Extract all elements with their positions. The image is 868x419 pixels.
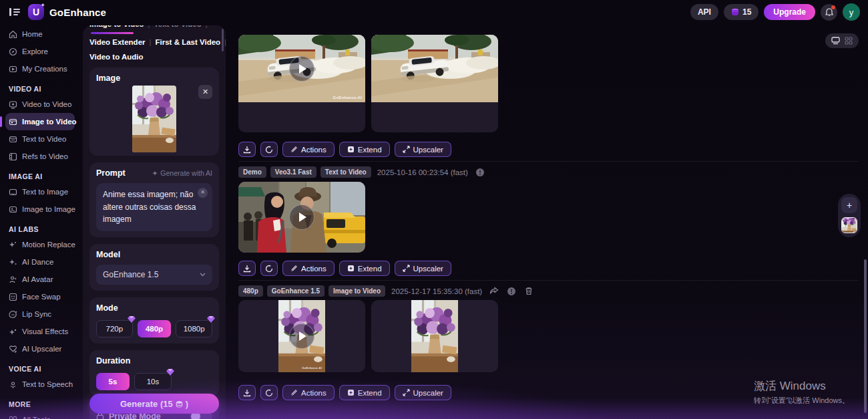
tab-first-last-video[interactable]: First & Last Video [156, 38, 221, 46]
download-button[interactable] [238, 142, 256, 157]
upscaler-button[interactable]: Upscaler [395, 385, 451, 400]
chevron-down-icon [200, 273, 206, 277]
sidebar-item-text-to-image[interactable]: Text to Image [5, 183, 75, 200]
sidebar-item-home[interactable]: Home [5, 25, 75, 43]
row-view-icon[interactable] [831, 37, 840, 45]
sidebar-item-image-to-video[interactable]: Image to Video [5, 113, 75, 130]
text-to-image-icon [9, 188, 17, 196]
duration-option-5s[interactable]: 5s [96, 373, 130, 390]
play-icon[interactable] [289, 323, 314, 349]
sidebar-item-explore[interactable]: Explore [5, 43, 75, 60]
actions-button[interactable]: Actions [282, 385, 335, 400]
video-to-video-icon [9, 100, 17, 109]
mode-option-1080p[interactable]: 1080p [176, 320, 212, 337]
reference-media-rail: + [838, 194, 861, 237]
compass-icon [9, 47, 17, 56]
prompt-card: Prompt ✦ Generate with AI Anime essa ima… [89, 162, 219, 237]
sidebar-item-image-to-image[interactable]: Image to Image [5, 200, 75, 218]
video-card[interactable] [371, 35, 498, 132]
sidebar-item-visual-effects[interactable]: Visual Effects [5, 323, 75, 340]
timestamp: 2025-12-17 15:35:30 (fast) [391, 287, 482, 295]
upgrade-button[interactable]: Upgrade [764, 4, 815, 20]
user-avatar[interactable]: y [843, 3, 860, 21]
model-select[interactable]: GoEnhance 1.5 [96, 265, 212, 285]
sidebar-item-motion-replace[interactable]: Motion Replace [5, 236, 75, 253]
uploaded-image[interactable] [96, 86, 212, 155]
main-scrollbar[interactable] [864, 259, 867, 413]
credits-cost-icon [176, 400, 183, 408]
tool-panel-scrollbar[interactable] [222, 29, 224, 51]
sidebar-item-face-swap[interactable]: Face Swap [5, 288, 75, 305]
badge: Demo [238, 166, 266, 178]
actions-button[interactable]: Actions [282, 142, 335, 157]
remove-image-button[interactable]: ✕ [198, 85, 212, 99]
grid-view-icon[interactable] [845, 37, 853, 45]
duration-card: Duration 5s 10s [89, 350, 219, 396]
sidebar-item-all-tools[interactable]: All Tools [5, 411, 75, 419]
sidebar-item-ai-avatar[interactable]: AI Avatar [5, 271, 75, 288]
extend-button[interactable]: Extend [339, 385, 390, 400]
tab-video-to-audio[interactable]: Video to Audio [89, 53, 144, 61]
sidebar: Home Explore My Creations VIDEO AI Video… [0, 20, 80, 419]
api-button[interactable]: API [690, 4, 718, 20]
play-icon[interactable] [289, 204, 314, 230]
creations-icon [9, 65, 17, 74]
actions-button[interactable]: Actions [282, 261, 335, 276]
sidebar-collapse-icon[interactable] [7, 5, 23, 19]
download-button[interactable] [238, 385, 256, 400]
upscale-arrows-icon [403, 265, 410, 272]
credits-pill[interactable]: 15 [724, 4, 758, 20]
clear-prompt-button[interactable]: ✕ [198, 188, 208, 198]
share-icon[interactable] [489, 286, 499, 297]
upscaler-button[interactable]: Upscaler [395, 261, 451, 276]
upscale-arrows-icon [403, 146, 410, 153]
section-header-video-ai: VIDEO AI [5, 82, 75, 96]
mode-option-720p[interactable]: 720p [96, 320, 133, 337]
extend-button[interactable]: Extend [339, 142, 390, 157]
generation-2-meta: 480p GoEnhance 1.5 Image to Video 2025-1… [238, 285, 534, 297]
mode-option-480p[interactable]: 480p [138, 320, 172, 337]
sidebar-item-my-creations[interactable]: My Creations [5, 60, 75, 78]
regenerate-button[interactable] [260, 142, 278, 157]
generations-feed: GoEnhance.AI Actions Extend Upscaler Dem… [230, 25, 868, 419]
video-card[interactable]: GoEnhance.AI [238, 300, 365, 372]
reference-image-thumbnail[interactable] [841, 217, 857, 233]
download-button[interactable] [238, 261, 256, 276]
tool-panel: Image to Video | Text to Video | Video E… [83, 25, 226, 419]
logo-text[interactable]: GoEnhance [49, 7, 106, 18]
notification-dot [831, 5, 835, 9]
info-icon[interactable] [506, 286, 517, 297]
video-card[interactable] [371, 300, 498, 372]
goenhance-logo-icon[interactable]: U✦ [28, 4, 44, 20]
section-header-ai-labs: AI LABS [5, 223, 75, 236]
model-card: Model GoEnhance 1.5 [89, 244, 219, 291]
video-card[interactable] [238, 182, 365, 253]
sidebar-item-lip-sync[interactable]: Lip Sync [5, 305, 75, 323]
image-to-video-icon [9, 118, 17, 126]
upscaler-button[interactable]: Upscaler [395, 142, 451, 157]
sidebar-item-refs-to-video[interactable]: Refs to Video [5, 148, 75, 165]
notifications-button[interactable] [821, 4, 837, 21]
prompt-input[interactable]: Anime essa imagem; não altere outras coi… [96, 183, 212, 231]
regenerate-button[interactable] [260, 385, 278, 400]
generation-3-outputs: GoEnhance.AI [238, 300, 498, 372]
sidebar-item-text-to-speech[interactable]: Text to Speech [5, 376, 75, 393]
generate-with-ai-button[interactable]: ✦ Generate with AI [152, 169, 212, 177]
delete-icon[interactable] [523, 286, 534, 297]
generate-button[interactable]: Generate (15 ) [89, 394, 219, 414]
sidebar-item-ai-upscaler[interactable]: AI Upscaler [5, 340, 75, 358]
duration-option-10s[interactable]: 10s [134, 373, 172, 390]
extend-button[interactable]: Extend [339, 261, 390, 276]
tab-image-to-video[interactable]: Image to Video [89, 25, 144, 28]
view-toggle[interactable] [825, 33, 859, 48]
sidebar-item-text-to-video[interactable]: Text to Video [5, 130, 75, 148]
sidebar-item-ai-dance[interactable]: AI Dance [5, 253, 75, 271]
sidebar-item-video-to-video[interactable]: Video to Video [5, 96, 75, 113]
play-icon[interactable] [289, 56, 314, 82]
video-card[interactable]: GoEnhance.AI [238, 35, 365, 132]
tab-text-to-video[interactable]: Text to Video [154, 25, 202, 28]
regenerate-button[interactable] [260, 261, 278, 276]
add-media-button[interactable]: + [841, 197, 857, 213]
tab-video-extender[interactable]: Video Extender [89, 38, 146, 46]
info-icon[interactable] [475, 167, 485, 178]
